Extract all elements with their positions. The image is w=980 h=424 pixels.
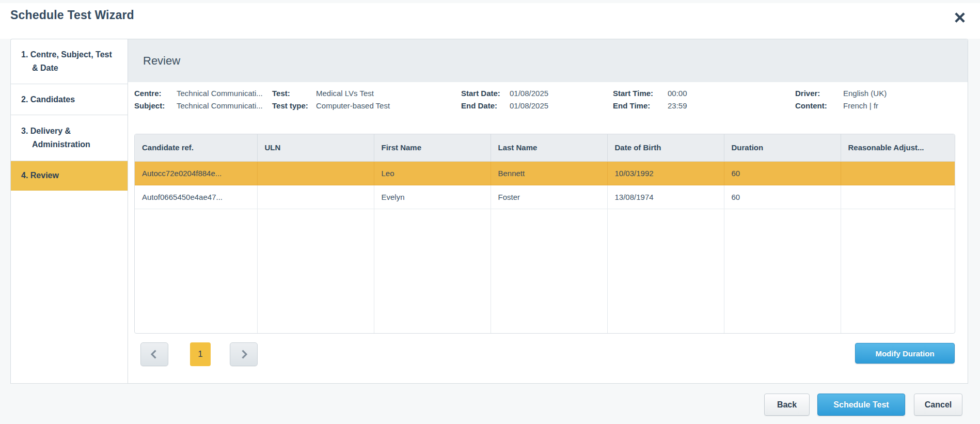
candidate-row-selected[interactable]: Autocc72e0204f884e... Leo Bennett 10/03/… [135, 161, 955, 185]
candidate-row[interactable]: Autof0665450e4ae47... Evelyn Foster 13/0… [135, 185, 955, 209]
summary-value: Technical Communicati... [177, 87, 272, 100]
cell-duration: 60 [724, 161, 841, 185]
schedule-summary: Centre: Technical Communicati... Subject… [128, 82, 968, 133]
column-header-candidate-ref: Candidate ref. [135, 134, 257, 161]
step-label: 4. Review [21, 169, 60, 182]
step-centre-subject-test-date[interactable]: 1. Centre, Subject, Test & Date [11, 39, 128, 84]
summary-group-test: Test: Medical LVs Test Test type: Comput… [272, 87, 461, 133]
summary-label: Content: [795, 100, 843, 112]
previous-page-button[interactable] [140, 342, 168, 366]
column-header-uln: ULN [257, 134, 374, 161]
summary-label: Test type: [272, 100, 316, 112]
summary-value: Computer-based Test [316, 100, 461, 112]
candidates-table: Candidate ref. ULN First Name Last Name … [134, 134, 955, 334]
back-button[interactable]: Back [764, 394, 810, 416]
table-header-row: Candidate ref. ULN First Name Last Name … [135, 134, 955, 161]
step-label: 2. Candidates [21, 93, 76, 106]
summary-value: 00:00 [668, 87, 795, 100]
review-panel: Review Centre: Technical Communicati... … [128, 39, 968, 384]
summary-value: Technical Communicati... [177, 100, 272, 112]
cell-reasonable-adjustments [841, 185, 955, 209]
summary-label: Driver: [795, 87, 843, 100]
column-header-reasonable-adjustments: Reasonable Adjust... [841, 134, 955, 161]
summary-label: Start Time: [613, 87, 668, 100]
cell-reasonable-adjustments [841, 161, 955, 185]
column-header-duration: Duration [724, 134, 841, 161]
step-label: 3. Delivery & Administration [21, 124, 115, 151]
next-page-button[interactable] [230, 342, 258, 366]
summary-label: End Time: [613, 100, 668, 112]
cell-first-name: Evelyn [374, 185, 491, 209]
step-label: 1. Centre, Subject, Test & Date [21, 48, 115, 75]
cell-uln [257, 185, 374, 209]
chevron-left-icon [149, 349, 160, 360]
step-review[interactable]: 4. Review [11, 161, 128, 191]
cell-candidate-ref: Autof0665450e4ae47... [135, 185, 257, 209]
page-number-current[interactable]: 1 [190, 342, 211, 366]
cell-candidate-ref: Autocc72e0204f884e... [135, 161, 257, 185]
column-header-last-name: Last Name [491, 134, 607, 161]
summary-label: End Date: [461, 100, 510, 112]
summary-value: 01/08/2025 [510, 100, 613, 112]
summary-label: Test: [272, 87, 316, 100]
cell-last-name: Foster [491, 185, 607, 209]
summary-label: Start Date: [461, 87, 510, 100]
cell-date-of-birth: 10/03/1992 [607, 161, 724, 185]
close-icon [954, 11, 966, 24]
wizard-header: Schedule Test Wizard [0, 3, 980, 39]
summary-group-dates: Start Date: 01/08/2025 End Date: 01/08/2… [461, 87, 613, 133]
summary-value: English (UK) [843, 87, 957, 100]
cell-uln [257, 161, 374, 185]
cell-date-of-birth: 13/08/1974 [607, 185, 724, 209]
modify-duration-button[interactable]: Modify Duration [855, 343, 955, 364]
table-empty-area [135, 209, 955, 333]
review-header-bar: Review [128, 39, 968, 82]
cell-first-name: Leo [374, 161, 491, 185]
summary-group-times: Start Time: 00:00 End Time: 23:59 [613, 87, 795, 133]
chevron-right-icon [238, 349, 249, 360]
summary-value: French | fr [843, 100, 957, 112]
summary-group-language: Driver: English (UK) Content: French | f… [795, 87, 957, 133]
summary-value: Medical LVs Test [316, 87, 461, 100]
summary-value: 01/08/2025 [510, 87, 613, 100]
summary-label: Subject: [134, 100, 177, 112]
wizard-title: Schedule Test Wizard [10, 8, 134, 22]
step-candidates[interactable]: 2. Candidates [11, 84, 128, 115]
cell-last-name: Bennett [491, 161, 607, 185]
summary-value: 23:59 [668, 100, 795, 112]
summary-group-centre-subject: Centre: Technical Communicati... Subject… [134, 87, 272, 133]
step-delivery-administration[interactable]: 3. Delivery & Administration [11, 115, 128, 161]
summary-label: Centre: [134, 87, 177, 100]
pagination: 1 [140, 342, 258, 366]
column-header-first-name: First Name [374, 134, 491, 161]
schedule-test-button[interactable]: Schedule Test [817, 394, 905, 416]
close-button[interactable] [951, 8, 969, 27]
column-header-date-of-birth: Date of Birth [607, 134, 724, 161]
wizard-step-list: 1. Centre, Subject, Test & Date 2. Candi… [10, 39, 128, 384]
review-heading: Review [143, 54, 180, 68]
cancel-button[interactable]: Cancel [914, 394, 962, 416]
cell-duration: 60 [724, 185, 841, 209]
